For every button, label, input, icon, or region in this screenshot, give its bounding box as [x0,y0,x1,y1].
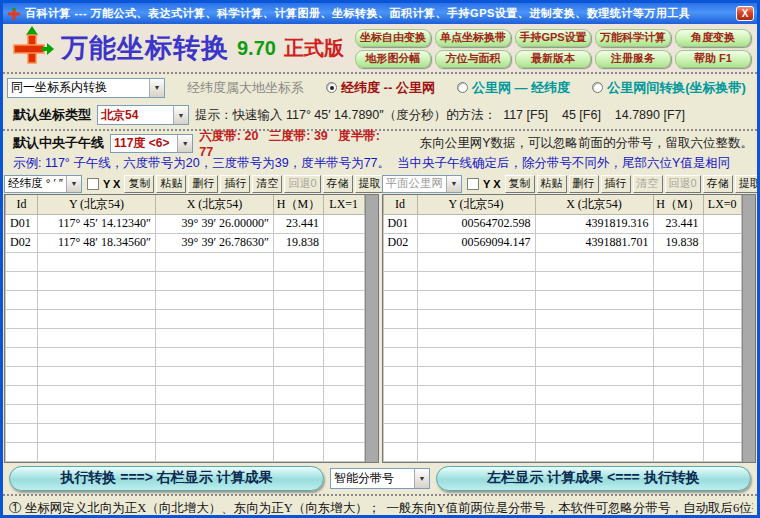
table-row[interactable]: D02 117° 48′ 18.34560″ 39° 39′ 26.78630″… [6,233,365,252]
cell[interactable] [703,271,742,290]
table-row-empty[interactable] [6,404,365,423]
cell[interactable] [653,385,703,404]
cell[interactable] [38,366,156,385]
cell[interactable] [38,290,156,309]
cell[interactable] [274,404,324,423]
cell[interactable] [653,271,703,290]
cell[interactable] [535,271,653,290]
cell[interactable] [6,385,38,404]
cell[interactable]: 4391819.316 [535,214,653,233]
cell[interactable] [703,347,742,366]
radio-grid-to-latlon[interactable]: 公里网 — 经纬度 [457,79,570,97]
copy-button[interactable]: 复制 [505,175,535,193]
cell[interactable] [156,366,274,385]
cell[interactable] [653,423,703,442]
cell[interactable] [156,309,274,328]
cell[interactable] [324,347,365,366]
radio-latlon-to-grid[interactable]: 经纬度 -- 公里网 [326,79,435,97]
cell[interactable] [38,385,156,404]
cell[interactable] [156,423,274,442]
chevron-down-icon[interactable]: ▼ [177,135,192,152]
cell[interactable] [324,252,365,271]
cell[interactable] [6,290,38,309]
cell[interactable] [535,252,653,271]
cell[interactable] [156,385,274,404]
meridian-combo[interactable]: 117度 <6> ▼ [110,134,193,153]
table-row-empty[interactable] [383,271,742,290]
cell[interactable] [6,328,38,347]
extract-button[interactable]: 提取 [735,175,760,193]
cell[interactable] [156,404,274,423]
cell[interactable]: 19.838 [653,233,703,252]
cell[interactable] [535,423,653,442]
cell[interactable] [653,328,703,347]
table-row-empty[interactable] [6,328,365,347]
radio-icon[interactable] [592,82,603,93]
cell[interactable] [156,328,274,347]
cell[interactable] [417,404,535,423]
cell[interactable] [274,328,324,347]
cell[interactable] [535,442,653,461]
radio-icon[interactable] [326,82,337,93]
angle-convert-button[interactable]: 角度变换 [675,29,751,47]
cell[interactable] [6,309,38,328]
cell[interactable] [383,423,417,442]
cell[interactable] [417,271,535,290]
store-button[interactable]: 存储 [323,175,353,193]
cell[interactable]: 39° 39′ 26.78630″ [156,233,274,252]
cell[interactable] [417,309,535,328]
cell[interactable] [156,347,274,366]
gps-settings-button[interactable]: 手持GPS设置 [515,29,591,47]
cell[interactable] [324,385,365,404]
register-button[interactable]: 注册服务 [595,50,671,68]
table-row-empty[interactable] [6,271,365,290]
cell[interactable] [274,423,324,442]
cell[interactable] [653,309,703,328]
clear-button[interactable]: 清空 [252,175,282,193]
cell[interactable] [383,404,417,423]
single-point-zone-button[interactable]: 单点坐标换带 [435,29,511,47]
help-button[interactable]: 帮助 F1 [675,50,751,68]
cell[interactable] [324,233,365,252]
store-button[interactable]: 存储 [703,175,733,193]
copy-button[interactable]: 复制 [124,175,154,193]
cell[interactable] [274,271,324,290]
cell[interactable] [324,214,365,233]
chevron-down-icon[interactable]: ▼ [66,176,81,192]
table-row-empty[interactable] [6,309,365,328]
cell[interactable] [156,252,274,271]
vertical-scrollbar[interactable] [365,195,378,462]
insert-row-button[interactable]: 插行 [220,175,250,193]
cell[interactable] [653,290,703,309]
paste-button[interactable]: 粘贴 [156,175,186,193]
cell[interactable] [653,252,703,271]
vertical-scrollbar[interactable] [742,195,755,462]
cell[interactable] [324,442,365,461]
cell[interactable] [6,404,38,423]
paste-button[interactable]: 粘贴 [537,175,567,193]
cell[interactable] [383,442,417,461]
cell[interactable] [417,290,535,309]
cell[interactable] [38,442,156,461]
cell[interactable] [417,385,535,404]
cell[interactable] [535,404,653,423]
cell[interactable]: 19.838 [274,233,324,252]
cell[interactable] [156,442,274,461]
cell[interactable] [156,271,274,290]
cell[interactable] [703,328,742,347]
cell[interactable] [703,385,742,404]
cell[interactable] [6,442,38,461]
cell[interactable]: 39° 39′ 26.00000″ [156,214,274,233]
cell[interactable] [383,252,417,271]
table-row-empty[interactable] [6,347,365,366]
cell[interactable] [383,385,417,404]
cell[interactable] [653,404,703,423]
radio-grid-zone-transform[interactable]: 公里网间转换(坐标换带) [592,79,746,97]
cell[interactable] [38,252,156,271]
cell[interactable] [653,366,703,385]
table-row-empty[interactable] [383,328,742,347]
table-row-empty[interactable] [383,347,742,366]
cell[interactable] [156,290,274,309]
free-transform-button[interactable]: 坐标自由变换 [355,29,431,47]
table-row-empty[interactable] [383,366,742,385]
